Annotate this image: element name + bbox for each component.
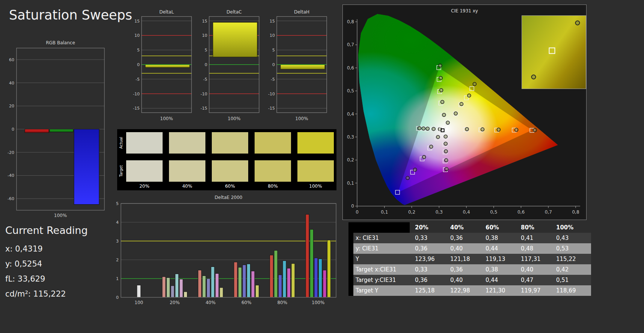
deltae-bar [162, 277, 166, 297]
table-value: 0,47 [516, 277, 551, 283]
y-tick-label: 40 [9, 81, 14, 86]
table-row: Target x:CIE310,330,360,380,400,42 [353, 264, 591, 275]
y-tick-label: 0,4 [347, 112, 354, 117]
x-tick-label: 100 [134, 300, 143, 305]
x-tick-label: 0,5 [490, 209, 497, 215]
blue-balance-bar [74, 129, 99, 205]
y-tick-label: 20 [9, 104, 14, 108]
x-tick-label: 0,8 [572, 209, 579, 215]
swatch-col-label: 40% [169, 184, 205, 189]
deltae-bar [171, 286, 174, 297]
y-tick-label: -15 [201, 106, 207, 111]
table-header-row: 20%40%60%80%100% [353, 222, 591, 233]
swatch-actual-20% [126, 132, 163, 154]
table-value: 0,40 [445, 245, 480, 252]
deltae-bar [179, 279, 183, 298]
y-tick-label: 0,3 [347, 134, 354, 140]
measured-point-magenta [444, 149, 448, 153]
y-tick-label: 5 [205, 48, 207, 53]
table-value: 121,18 [445, 256, 480, 262]
x-tick-label: 0,2 [408, 209, 415, 215]
y-tick-label: 0,5 [347, 88, 354, 93]
y-tick-label: 0 [12, 127, 14, 132]
deltae-bar [207, 279, 210, 297]
measured-point-cyan [426, 127, 429, 130]
x-axis-label: 100% [160, 116, 173, 121]
table-value: 0,43 [551, 235, 586, 241]
x-tick-label: 0,7 [545, 209, 552, 215]
deltae-bar [279, 275, 282, 297]
y-tick-label: 4 [116, 220, 119, 225]
chart-title: DeltaC [226, 9, 241, 15]
delta-e-2000-chart: DeltaE 200001234510020%40%60%80%100% [113, 194, 341, 306]
deltae-bar [211, 267, 214, 298]
inset-target-square [549, 48, 555, 54]
measured-point-green [439, 76, 442, 80]
measured-point-yellow [454, 112, 457, 115]
y-tick-label: -15 [268, 106, 275, 111]
table-value: 0,36 [445, 266, 480, 273]
cie-zoom-inset [522, 15, 586, 89]
swatch-target-100% [297, 160, 334, 182]
swatch-actual-80% [255, 132, 291, 154]
page-title: Saturation Sweeps [9, 8, 132, 23]
y-tick-label: 0,7 [347, 42, 354, 47]
reading-x: x: 0,4319 [5, 241, 88, 256]
cie-1931-panel: CIE 1931 xy00,10,20,30,40,50,60,70,800,1… [342, 5, 587, 220]
y-tick-label: 3 [116, 239, 119, 244]
table-value: 0,42 [551, 266, 586, 273]
y-tick-label: 0 [351, 203, 354, 209]
delta-bar [281, 65, 325, 69]
y-tick-label: 0,8 [347, 19, 354, 24]
x-tick-label: 80% [277, 300, 287, 305]
delta-bar [213, 23, 257, 57]
measured-point-blue [436, 135, 440, 139]
deltae-bar [287, 268, 291, 298]
y-tick-label: 0 [272, 62, 275, 67]
y-tick-label: 0,2 [347, 157, 354, 163]
table-value: 0,33 [410, 235, 445, 241]
measured-point-green [440, 89, 443, 92]
measured-point-green [439, 64, 442, 67]
y-tick-label: 10 [202, 33, 207, 38]
y-tick-label: -5 [271, 77, 275, 82]
table-corner [353, 222, 410, 233]
y-tick-label: -60 [8, 196, 14, 201]
chart-title: DeltaH [294, 9, 309, 15]
y-tick-label: -5 [203, 77, 207, 82]
x-tick-label: 0 [356, 209, 359, 215]
measured-point-blue [413, 168, 417, 172]
swatch-target-80% [255, 160, 291, 182]
measured-point-yellow [468, 94, 471, 97]
y-tick-label: 0,6 [347, 65, 354, 71]
deltae-bar [234, 262, 237, 297]
measured-point-cyan [418, 127, 421, 130]
table-value: 0,44 [480, 277, 516, 283]
x-tick-label: 0,4 [463, 209, 470, 215]
swatch-row-label-target: Target [118, 160, 124, 182]
table-value: 0,51 [551, 277, 586, 283]
row-label: Target y:CIE31 [353, 277, 410, 283]
delta-h-chart: DeltaH151050-5-10-15100% [265, 9, 330, 122]
deltae-bar [238, 267, 242, 297]
table-value: 0,44 [480, 245, 516, 252]
table-row: y: CIE310,360,400,440,480,53 [353, 243, 591, 254]
red-balance-bar [25, 129, 49, 133]
measured-point-yellow [460, 102, 463, 106]
swatch-target-20% [126, 160, 163, 182]
delta-bar [145, 65, 190, 68]
deltae-bar [310, 229, 314, 297]
measured-point-red [497, 128, 500, 131]
deltae-bar [137, 285, 141, 298]
measured-point-magenta [444, 142, 447, 145]
reading-y: y: 0,5254 [5, 256, 88, 271]
x-tick-label: 0,3 [436, 209, 443, 215]
chart-title: DeltaE 2000 [215, 195, 243, 200]
swatch-col-label: 80% [255, 184, 291, 189]
table-value: 0,41 [516, 235, 551, 241]
swatch-comparison-panel: ActualTarget20%40%60%80%100% [117, 129, 336, 190]
column-header: 80% [516, 224, 551, 231]
reading-cdm2: cd/m²: 115,222 [5, 286, 88, 301]
table-row: Target y:CIE310,360,400,440,470,51 [353, 275, 591, 285]
deltae-bar [283, 261, 286, 298]
